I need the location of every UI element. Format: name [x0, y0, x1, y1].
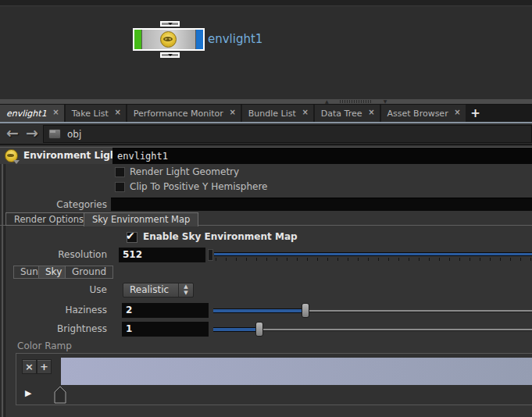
color-ramp-group: × + ▶	[16, 353, 532, 405]
node-display-flag[interactable]	[134, 30, 142, 49]
node-type-title: Environment Light	[23, 148, 121, 165]
tab-close-icon[interactable]: ×	[368, 108, 374, 116]
network-top-strip	[0, 0, 532, 6]
brightness-label: Brightness	[0, 322, 107, 337]
parameter-header: Environment Light envlight1	[0, 147, 532, 164]
use-dropdown-value: Realistic	[130, 284, 169, 295]
slider-fill	[213, 328, 259, 331]
brightness-field[interactable]: 1	[122, 322, 209, 337]
haziness-field[interactable]: 2	[122, 303, 209, 318]
folder-tab-sky-environment-map[interactable]: Sky Environment Map	[84, 212, 198, 226]
ramp-key-marker[interactable]	[54, 386, 66, 404]
node-output-connector[interactable]	[160, 52, 180, 58]
back-button[interactable]: ←	[6, 124, 19, 141]
tab-ground[interactable]: Ground	[65, 266, 113, 279]
houdini-window: envlight1 ▲ ▼ envlight1 × Take List × Pe…	[0, 0, 532, 417]
pane-splitter[interactable]: ▲ ▼	[0, 99, 532, 105]
spinner-up-icon: ▲	[184, 284, 187, 290]
spinner-down-icon: ▼	[184, 290, 187, 296]
tab-close-icon[interactable]: ×	[52, 108, 59, 116]
haziness-slider-handle[interactable]	[302, 303, 309, 318]
node-render-flag[interactable]	[195, 30, 203, 49]
path-toolbar: ← → obj	[0, 123, 532, 145]
categories-field[interactable]	[111, 198, 532, 211]
tab-performance-monitor[interactable]: Performance Monitor ×	[127, 105, 241, 122]
clip-hemisphere-checkbox[interactable]	[115, 182, 125, 192]
categories-label: Categories	[0, 198, 107, 212]
tab-bundle-list[interactable]: Bundle List ×	[242, 105, 313, 122]
path-text: obj	[67, 129, 81, 140]
color-ramp-gradient[interactable]	[61, 358, 532, 385]
resolution-slider-handle[interactable]	[208, 249, 213, 261]
color-ramp-label: Color Ramp	[17, 340, 72, 351]
resolution-slider-track	[214, 253, 532, 255]
tab-envlight1[interactable]: envlight1 ×	[0, 105, 64, 122]
node-name-field[interactable]: envlight1	[112, 148, 532, 165]
brightness-slider-handle[interactable]	[255, 322, 263, 337]
envlight-node[interactable]	[133, 28, 205, 51]
ramp-delete-key-button[interactable]: ×	[22, 359, 37, 374]
network-path-field[interactable]: obj	[43, 125, 532, 143]
envlight-node-icon	[160, 31, 177, 48]
pane-tab-bar: envlight1 × Take List × Performance Moni…	[0, 105, 532, 122]
haziness-label: Haziness	[0, 303, 107, 318]
ramp-expand-icon[interactable]: ▶	[25, 388, 31, 398]
render-light-geometry-label: Render Light Geometry	[130, 166, 239, 177]
splitter-down-icon[interactable]: ▼	[384, 99, 387, 104]
tab-close-icon[interactable]: ×	[454, 108, 460, 116]
checkmark-icon: ✔	[126, 230, 135, 242]
splitter-grip-icon[interactable]	[340, 100, 373, 103]
tab-asset-browser[interactable]: Asset Browser ×	[381, 105, 466, 122]
brightness-slider[interactable]	[213, 322, 532, 337]
enable-sky-label: Enable Sky Environment Map	[143, 231, 298, 242]
parameter-pane: Render Light Geometry Clip To Positive Y…	[0, 164, 532, 417]
tab-close-icon[interactable]: ×	[229, 108, 235, 116]
haziness-slider[interactable]	[213, 303, 532, 319]
splitter-up-icon[interactable]: ▲	[325, 99, 329, 104]
resolution-label: Resolution	[0, 248, 107, 262]
folder-tab-render-options[interactable]: Render Options	[5, 212, 92, 226]
tab-close-icon[interactable]: ×	[114, 108, 120, 116]
node-name-label[interactable]: envlight1	[208, 32, 262, 46]
forward-button[interactable]: →	[26, 124, 38, 141]
tab-close-icon[interactable]: ×	[302, 108, 308, 116]
dropdown-spinner-icon[interactable]: ▲ ▼	[178, 283, 193, 297]
ramp-add-key-button[interactable]: +	[37, 359, 52, 374]
use-label: Use	[0, 283, 107, 298]
network-editor[interactable]: envlight1	[0, 0, 532, 99]
connector-arrow-icon	[168, 54, 173, 56]
use-dropdown[interactable]: Realistic ▲ ▼	[123, 283, 194, 298]
node-input-connector[interactable]	[160, 21, 180, 27]
eye-pupil-icon	[166, 38, 170, 41]
resolution-field[interactable]: 512	[119, 248, 205, 262]
enable-sky-checkbox[interactable]: ✔	[127, 232, 137, 243]
new-tab-button[interactable]: +	[467, 105, 484, 122]
eye-icon	[7, 154, 14, 157]
tab-take-list[interactable]: Take List ×	[66, 105, 126, 122]
connector-arrow-icon	[168, 23, 173, 25]
obj-network-icon	[48, 129, 61, 139]
render-light-geometry-checkbox[interactable]	[115, 167, 125, 177]
clip-hemisphere-label: Clip To Positive Y Hemisphere	[130, 181, 267, 192]
resolution-slider-ticks	[216, 258, 532, 261]
resolution-slider[interactable]	[208, 248, 532, 263]
slider-fill	[213, 309, 305, 312]
tab-data-tree[interactable]: Data Tree ×	[315, 105, 380, 122]
